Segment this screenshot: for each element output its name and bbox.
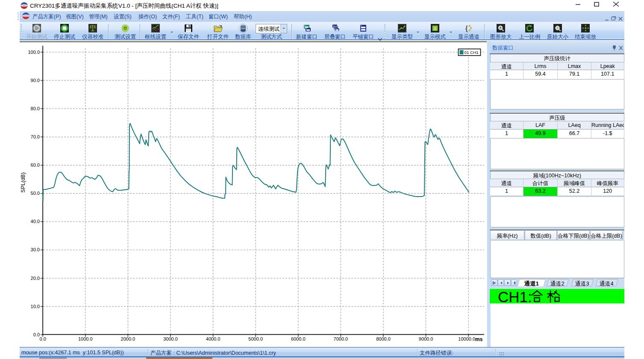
svg-text:10000.0: 10000.0 (458, 336, 475, 341)
svg-text:90.0: 90.0 (31, 78, 40, 83)
svg-text:SPL(dB): SPL(dB) (20, 172, 26, 192)
svg-text:8000.0: 8000.0 (376, 336, 391, 341)
svg-text:20.0: 20.0 (31, 276, 40, 281)
svg-text:7000.0: 7000.0 (334, 336, 348, 341)
svg-text:2000.0: 2000.0 (121, 336, 135, 341)
svg-text:10.0: 10.0 (31, 304, 40, 309)
svg-text:100.0: 100.0 (28, 50, 40, 55)
svg-text:3000.0: 3000.0 (163, 336, 178, 341)
svg-text:5000.0: 5000.0 (248, 336, 263, 341)
svg-text:0.0: 0.0 (33, 332, 40, 337)
svg-text:30.0: 30.0 (31, 247, 40, 252)
svg-text:9000.0: 9000.0 (419, 336, 433, 341)
svg-text:60.0: 60.0 (31, 162, 40, 168)
svg-text:40.0: 40.0 (31, 219, 40, 224)
svg-text:4000.0: 4000.0 (206, 336, 221, 341)
svg-text:1000.0: 1000.0 (78, 336, 93, 341)
svg-text:70.0: 70.0 (31, 134, 40, 139)
svg-text:0.0: 0.0 (40, 336, 46, 341)
svg-text:ms: ms (475, 336, 483, 342)
svg-text:6000.0: 6000.0 (291, 336, 306, 341)
svg-text:CRY: CRY (22, 5, 26, 7)
svg-text:01 CH1: 01 CH1 (465, 50, 479, 55)
svg-text:50.0: 50.0 (31, 191, 40, 196)
svg-text:80.0: 80.0 (31, 106, 40, 111)
